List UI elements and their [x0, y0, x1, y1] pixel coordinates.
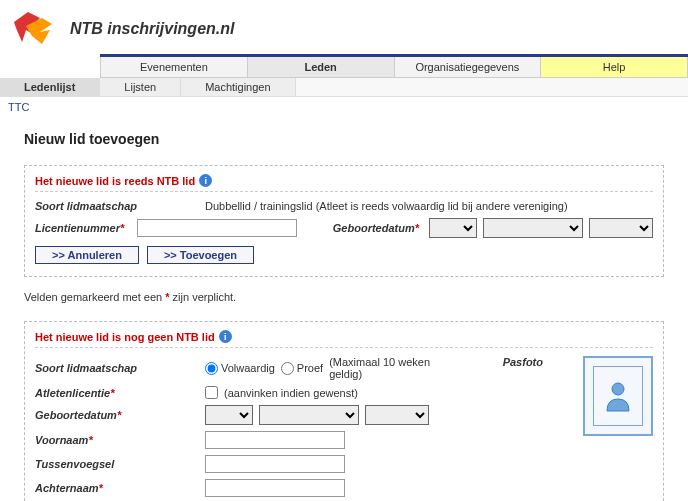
section2-title: Het nieuwe lid is nog geen NTB lid	[35, 331, 215, 343]
licentienummer-label: Licentienummer	[35, 222, 120, 234]
soort-lidmaatschap-label-2: Soort lidmaatschap	[35, 362, 205, 374]
add-button[interactable]: >> Toevoegen	[147, 246, 254, 264]
proef-hint: (Maximaal 10 weken geldig)	[329, 356, 463, 380]
section-existing-member: Het nieuwe lid is reeds NTB lid i Soort …	[24, 165, 664, 277]
radio-proef-label[interactable]: Proef	[281, 362, 323, 375]
tussenvoegsel-label: Tussenvoegsel	[35, 458, 205, 470]
section1-title: Het nieuwe lid is reeds NTB lid	[35, 175, 195, 187]
soort-lidmaatschap-value: Dubbellid / trainingslid (Atleet is reed…	[205, 200, 653, 212]
achternaam-label: Achternaam	[35, 482, 99, 494]
required-marker: *	[415, 222, 419, 234]
nav-leden[interactable]: Leden	[248, 57, 395, 77]
radio-volwaardig[interactable]	[205, 362, 218, 375]
dob-month-select-1[interactable]	[483, 218, 583, 238]
svg-point-0	[612, 383, 624, 395]
section1-title-row: Het nieuwe lid is reeds NTB lid i	[35, 174, 653, 192]
atletenlicentie-hint: (aanvinken indien gewenst)	[224, 387, 358, 399]
soort-lidmaatschap-label: Soort lidmaatschap	[35, 200, 205, 212]
voornaam-input[interactable]	[205, 431, 345, 449]
breadcrumb[interactable]: TTC	[0, 97, 688, 117]
section-new-member: Het nieuwe lid is nog geen NTB lid i Soo…	[24, 321, 664, 501]
geboortedatum-label-1: Geboortedatum	[333, 222, 415, 234]
pasfoto-upload[interactable]	[583, 356, 653, 436]
site-title: NTB inschrijvingen.nl	[70, 20, 234, 38]
subnav-lijsten[interactable]: Lijsten	[100, 78, 181, 96]
subnav-machtigingen[interactable]: Machtigingen	[181, 78, 295, 96]
info-icon[interactable]: i	[199, 174, 212, 187]
tussenvoegsel-input[interactable]	[205, 455, 345, 473]
dob-year-select-2[interactable]	[365, 405, 429, 425]
required-note: Velden gemarkeerd met een * zijn verplic…	[24, 291, 664, 303]
achternaam-input[interactable]	[205, 479, 345, 497]
nav-evenementen[interactable]: Evenementen	[100, 57, 248, 77]
pasfoto-label: Pasfoto	[503, 356, 543, 368]
main-nav: Evenementen Leden Organisatiegegevens He…	[100, 54, 688, 78]
voornaam-label: Voornaam	[35, 434, 88, 446]
dob-day-select-1[interactable]	[429, 218, 477, 238]
cancel-button[interactable]: >> Annuleren	[35, 246, 139, 264]
required-marker: *	[120, 222, 124, 234]
dob-day-select-2[interactable]	[205, 405, 253, 425]
header: NTB inschrijvingen.nl	[0, 0, 688, 54]
info-icon[interactable]: i	[219, 330, 232, 343]
nav-organisatiegegevens[interactable]: Organisatiegegevens	[395, 57, 542, 77]
person-icon	[593, 366, 643, 426]
geboortedatum-label-2: Geboortedatum	[35, 409, 117, 421]
dob-year-select-1[interactable]	[589, 218, 653, 238]
sub-nav: Ledenlijst Lijsten Machtigingen	[0, 78, 688, 97]
dob-month-select-2[interactable]	[259, 405, 359, 425]
atletenlicentie-checkbox[interactable]	[205, 386, 218, 399]
subnav-ledenlijst[interactable]: Ledenlijst	[0, 78, 100, 96]
radio-volwaardig-label[interactable]: Volwaardig	[205, 362, 275, 375]
radio-proef[interactable]	[281, 362, 294, 375]
atletenlicentie-label: Atletenlicentie	[35, 387, 110, 399]
page-title: Nieuw lid toevoegen	[24, 131, 664, 147]
licentienummer-input[interactable]	[137, 219, 297, 237]
site-logo	[12, 8, 60, 50]
nav-help[interactable]: Help	[541, 57, 688, 77]
section2-title-row: Het nieuwe lid is nog geen NTB lid i	[35, 330, 653, 348]
